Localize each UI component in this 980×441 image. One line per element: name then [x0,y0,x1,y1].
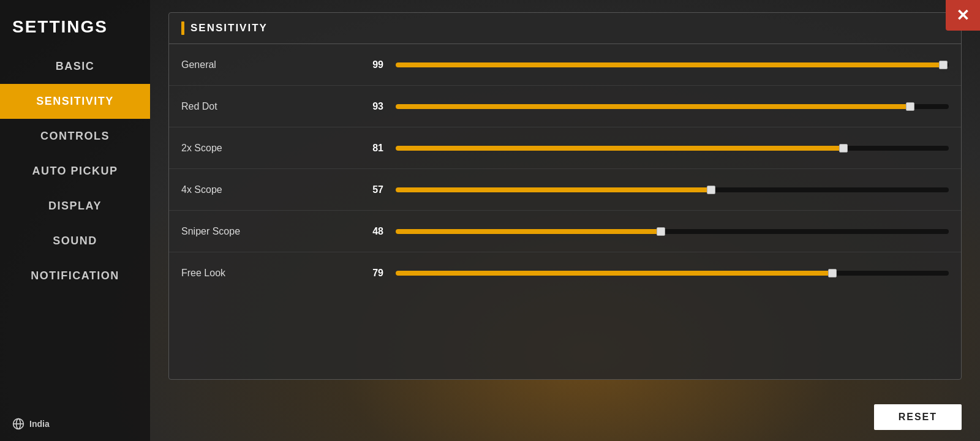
settings-panel: SENSITIVITY General 99 Red Dot 93 [168,12,962,380]
close-icon: ✕ [956,7,970,23]
slider-thumb-general[interactable] [939,61,948,69]
slider-fill-free-look [396,271,832,276]
sidebar-item-sensitivity[interactable]: SENSITIVITY [0,84,150,119]
close-button[interactable]: ✕ [946,0,980,31]
reset-button[interactable]: RESET [874,404,962,430]
slider-track-red-dot[interactable] [396,104,949,109]
panel-section-title: SENSITIVITY [190,22,268,34]
region-label: India [29,419,50,429]
slider-thumb-red-dot[interactable] [906,102,914,111]
slider-fill-4x-scope [396,187,711,192]
sidebar-item-controls[interactable]: CONTROLS [0,119,150,154]
sidebar-item-notification[interactable]: NOTIFICATION [0,258,150,293]
slider-row-red-dot: Red Dot 93 [169,86,961,127]
slider-fill-general [396,62,943,67]
slider-row-general: General 99 [169,44,961,86]
main-container: SETTINGS BASIC SENSITIVITY CONTROLS AUTO… [0,0,980,441]
slider-track-sniper-scope[interactable] [396,229,949,234]
slider-track-2x-scope[interactable] [396,146,949,151]
sidebar: SETTINGS BASIC SENSITIVITY CONTROLS AUTO… [0,0,150,441]
slider-thumb-sniper-scope[interactable] [657,227,665,236]
panel-header: SENSITIVITY [169,13,961,44]
slider-thumb-2x-scope[interactable] [839,144,848,153]
slider-fill-red-dot [396,104,910,109]
slider-row-2x-scope: 2x Scope 81 [169,127,961,169]
slider-row-free-look: Free Look 79 [169,252,961,294]
slider-label-red-dot: Red Dot [181,101,353,112]
globe-icon [12,418,24,430]
sidebar-item-basic[interactable]: BASIC [0,49,150,84]
slider-fill-2x-scope [396,146,843,151]
slider-thumb-4x-scope[interactable] [707,186,715,194]
slider-value-general: 99 [353,59,383,70]
sidebar-footer: India [0,407,150,441]
sidebar-item-auto-pickup[interactable]: AUTO PICKUP [0,154,150,189]
slider-label-sniper-scope: Sniper Scope [181,226,353,237]
slider-value-free-look: 79 [353,268,383,279]
sidebar-item-sound[interactable]: SOUND [0,224,150,258]
slider-track-general[interactable] [396,62,949,67]
slider-label-4x-scope: 4x Scope [181,184,353,195]
sidebar-title: SETTINGS [0,0,150,49]
slider-label-2x-scope: 2x Scope [181,143,353,154]
slider-row-sniper-scope: Sniper Scope 48 [169,211,961,252]
sidebar-item-display[interactable]: DISPLAY [0,189,150,224]
slider-row-4x-scope: 4x Scope 57 [169,169,961,211]
slider-track-free-look[interactable] [396,271,949,276]
main-content: SENSITIVITY General 99 Red Dot 93 [150,0,980,441]
slider-value-red-dot: 93 [353,101,383,112]
slider-thumb-free-look[interactable] [828,269,837,277]
slider-track-4x-scope[interactable] [396,187,949,192]
slider-label-general: General [181,59,353,70]
slider-value-sniper-scope: 48 [353,226,383,237]
slider-value-4x-scope: 57 [353,184,383,195]
slider-fill-sniper-scope [396,229,661,234]
panel-header-accent [181,21,184,35]
slider-label-free-look: Free Look [181,268,353,279]
slider-value-2x-scope: 81 [353,143,383,154]
